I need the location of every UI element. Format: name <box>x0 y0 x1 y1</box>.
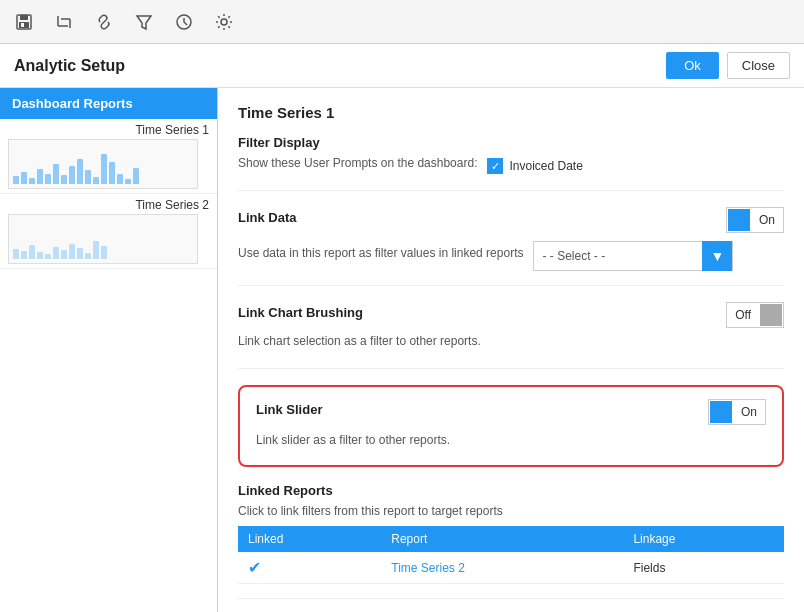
chart-bar <box>29 245 35 259</box>
link-chart-brushing-toggle-label: Off <box>727 308 759 322</box>
link-chart-brushing-title: Link Chart Brushing <box>238 305 363 320</box>
chart-bar <box>101 154 107 184</box>
svg-rect-1 <box>20 15 28 20</box>
page-title: Analytic Setup <box>14 57 125 75</box>
chart-bar <box>109 162 115 184</box>
chart-bar <box>77 248 83 259</box>
filter-display-title: Filter Display <box>238 135 784 150</box>
link-chart-brushing-desc: Link chart selection as a filter to othe… <box>238 334 784 348</box>
close-button[interactable]: Close <box>727 52 790 79</box>
main-content: Dashboard Reports Time Series 1 <box>0 88 804 612</box>
toolbar <box>0 0 804 44</box>
chart-bar <box>61 175 67 184</box>
filter-display-section: Filter Display Show these User Prompts o… <box>238 135 784 191</box>
svg-rect-3 <box>21 23 24 27</box>
chart-bar <box>53 164 59 184</box>
sidebar-item-ts2[interactable]: Time Series 2 <box>0 194 217 269</box>
chart-bar <box>45 174 51 184</box>
link-icon[interactable] <box>90 8 118 36</box>
chart-thumbnail-1 <box>8 139 198 189</box>
report-cell: Time Series 2 <box>381 552 623 584</box>
link-data-title: Link Data <box>238 210 297 225</box>
settings-icon[interactable] <box>210 8 238 36</box>
filter-display-desc: Show these User Prompts on the dashboard… <box>238 156 477 170</box>
link-chart-brushing-section: Link Chart Brushing Off Link chart selec… <box>238 302 784 369</box>
filter-icon[interactable] <box>130 8 158 36</box>
sidebar: Dashboard Reports Time Series 1 <box>0 88 218 612</box>
sidebar-item-ts1[interactable]: Time Series 1 <box>0 119 217 194</box>
sidebar-header: Dashboard Reports <box>0 88 217 119</box>
chart-bar <box>13 176 19 184</box>
invoiced-date-checkbox[interactable]: ✓ <box>487 158 503 174</box>
link-data-section: Link Data On Use data in this report as … <box>238 207 784 286</box>
chart-thumbnail-2 <box>8 214 198 264</box>
chart-bar <box>85 170 91 184</box>
linked-reports-section: Linked Reports Click to link filters fro… <box>238 483 784 599</box>
linkage-cell: Fields <box>623 552 784 584</box>
chart-bar <box>93 241 99 259</box>
chart-bar <box>53 247 59 259</box>
link-data-desc: Use data in this report as filter values… <box>238 246 523 260</box>
invoiced-date-checkbox-label[interactable]: ✓ Invoiced Date <box>487 158 582 174</box>
chart-bar <box>21 172 27 184</box>
col-report: Report <box>381 526 623 552</box>
report-link[interactable]: Time Series 2 <box>391 561 465 575</box>
link-data-toggle-label: On <box>751 213 783 227</box>
col-linkage: Linkage <box>623 526 784 552</box>
link-slider-title: Link Slider <box>256 402 322 417</box>
app-header: Analytic Setup Ok Close <box>0 44 804 88</box>
chart-bar <box>93 177 99 184</box>
chart-bar <box>45 254 51 259</box>
chart-bar <box>37 252 43 259</box>
link-slider-toggle[interactable]: On <box>708 399 766 425</box>
chart-bar <box>125 179 131 184</box>
link-data-toggle-thumb <box>728 209 750 231</box>
dropdown-arrow-icon: ▼ <box>702 241 732 271</box>
link-data-select-text: - - Select - - <box>534 249 702 263</box>
linked-check-cell: ✔ <box>238 552 381 584</box>
chart-bar <box>37 169 43 184</box>
link-data-select-row: Use data in this report as filter values… <box>238 241 784 271</box>
link-data-toggle[interactable]: On <box>726 207 784 233</box>
chart-bar <box>69 166 75 184</box>
link-slider-toggle-thumb <box>710 401 732 423</box>
svg-point-10 <box>221 19 227 25</box>
chart-bar <box>117 174 123 184</box>
ok-button[interactable]: Ok <box>666 52 719 79</box>
history-icon[interactable] <box>170 8 198 36</box>
col-linked: Linked <box>238 526 381 552</box>
chart-bar <box>61 250 67 259</box>
chart-bar <box>85 253 91 259</box>
sidebar-item-ts2-label: Time Series 2 <box>8 198 209 214</box>
linked-checkmark-icon: ✔ <box>248 559 261 576</box>
save-icon[interactable] <box>10 8 38 36</box>
filter-display-row: Show these User Prompts on the dashboard… <box>238 156 784 176</box>
link-data-dropdown[interactable]: - - Select - - ▼ <box>533 241 733 271</box>
link-chart-brushing-toggle[interactable]: Off <box>726 302 784 328</box>
linked-reports-desc: Click to link filters from this report t… <box>238 504 784 518</box>
invoiced-date-label: Invoiced Date <box>509 159 582 173</box>
panel-title: Time Series 1 <box>238 104 784 121</box>
header-buttons: Ok Close <box>666 52 790 79</box>
link-chart-brushing-toggle-thumb <box>760 304 782 326</box>
link-slider-desc: Link slider as a filter to other reports… <box>256 433 766 447</box>
sidebar-item-ts1-label: Time Series 1 <box>8 123 209 139</box>
crop-icon[interactable] <box>50 8 78 36</box>
chart-bar <box>101 246 107 259</box>
link-slider-toggle-label: On <box>733 405 765 419</box>
chart-bar <box>21 251 27 259</box>
chart-bar <box>69 244 75 259</box>
linked-reports-title: Linked Reports <box>238 483 784 498</box>
chart-bar <box>13 249 19 259</box>
chart-bar <box>77 159 83 184</box>
right-panel: Time Series 1 Filter Display Show these … <box>218 88 804 612</box>
linked-reports-table: Linked Report Linkage ✔ Time Series 2 Fi… <box>238 526 784 584</box>
chart-bar <box>133 168 139 184</box>
link-slider-section: Link Slider On Link slider as a filter t… <box>238 385 784 467</box>
table-row: ✔ Time Series 2 Fields <box>238 552 784 584</box>
svg-marker-8 <box>137 16 151 29</box>
chart-bar <box>29 178 35 184</box>
